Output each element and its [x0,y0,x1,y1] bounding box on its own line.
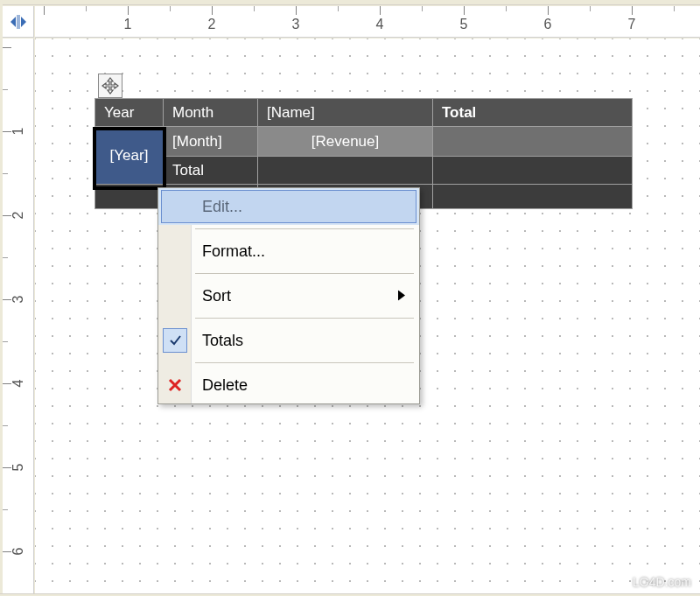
cell-subtotal-value[interactable] [258,157,433,185]
menu-item-sort[interactable]: Sort [158,277,419,314]
header-month[interactable]: Month [164,99,258,127]
ruler-v-label: 1 [10,128,26,136]
design-canvas[interactable]: Year Month [Name] Total [Year] [Month] [… [35,39,700,596]
ruler-v-label: 4 [10,380,26,388]
watermark: LO4D.com [633,575,691,589]
ruler-h-label: 7 [628,17,636,32]
menu-item-format[interactable]: Format... [158,233,419,270]
subtotal-row: Total [95,157,633,185]
header-year[interactable]: Year [95,99,164,127]
cell-grand-year[interactable] [95,185,164,209]
move-icon [102,77,119,95]
menu-label-format: Format... [202,242,265,261]
cell-total-label[interactable]: Total [164,157,258,185]
menu-separator [195,362,414,363]
ruler-v-label: 2 [10,212,26,220]
menu-separator [195,273,414,274]
cell-row-total[interactable] [433,127,633,157]
header-total[interactable]: Total [433,99,633,127]
ruler-h-label: 6 [544,17,552,32]
ruler-h-label: 2 [208,17,216,32]
ruler-h-label: 1 [124,17,132,32]
delete-icon [163,373,187,397]
horizontal-arrows-icon [8,11,29,32]
ruler-h-label: 3 [292,17,300,32]
toolbar-top-strip [0,0,700,5]
menu-item-totals[interactable]: Totals [158,322,419,359]
menu-separator [195,228,414,229]
ruler-h-label: 5 [460,17,468,32]
menu-separator [195,318,414,319]
ruler-h-label: 4 [376,17,384,32]
ruler-corner[interactable] [3,6,34,38]
move-handle[interactable] [98,74,122,98]
app-frame: 1234567 123456 Year Month [Name] Total [… [0,0,700,596]
menu-label-delete: Delete [202,376,248,395]
menu-label-totals: Totals [202,332,243,350]
horizontal-ruler[interactable]: 1234567 [35,6,700,38]
menu-label-edit: Edit... [202,198,242,216]
cell-month[interactable]: [Month] [164,127,258,157]
cell-year[interactable]: [Year] [95,127,164,185]
menu-label-sort: Sort [202,287,231,305]
menu-item-edit[interactable]: Edit... [158,188,419,225]
chevron-right-icon [398,287,405,305]
ruler-v-label: 3 [10,296,26,304]
header-name[interactable]: [Name] [258,99,433,127]
checkmark-icon [163,328,187,353]
context-menu: Edit... Format... Sort [158,187,420,404]
data-row: [Year] [Month] [Revenue] [95,127,633,157]
cell-revenue[interactable]: [Revenue] [258,127,433,157]
menu-item-delete[interactable]: Delete [158,367,419,403]
header-row: Year Month [Name] Total [95,99,633,127]
ruler-v-label: 5 [10,464,26,472]
cell-grand-total[interactable] [433,185,633,209]
vertical-ruler[interactable]: 123456 [3,39,34,596]
cell-subtotal-total[interactable] [433,157,633,185]
ruler-v-label: 6 [10,548,26,556]
